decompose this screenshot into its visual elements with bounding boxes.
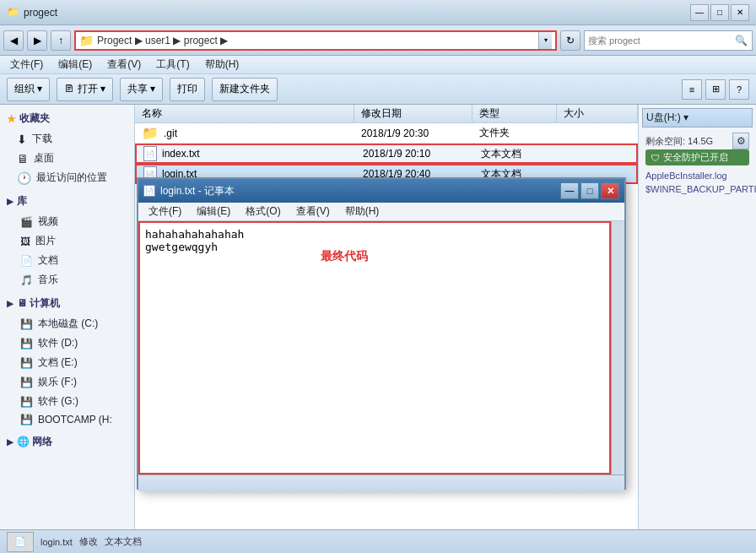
notepad-maximize-button[interactable]: □ [580, 182, 599, 199]
up-button[interactable]: ↑ [51, 30, 71, 51]
menu-file[interactable]: 文件(F) [3, 56, 50, 73]
file-type-cell: 文本文档 [474, 145, 559, 162]
share-button[interactable]: 共享 ▾ [120, 78, 163, 101]
back-button[interactable]: ◀ [3, 30, 24, 51]
sidebar-item-download[interactable]: ⬇ 下载 [0, 129, 134, 149]
col-type[interactable]: 类型 [472, 105, 557, 122]
file-name-cell: 📁 .git [135, 123, 354, 143]
col-name[interactable]: 名称 [135, 105, 354, 122]
file-date-cell: 2018/1/9 20:10 [356, 145, 474, 162]
right-panel-item[interactable]: $WINRE_BACKUP_PARTITION.... [645, 182, 749, 196]
drive-c-icon: 💾 [20, 318, 33, 330]
notepad-menu-help[interactable]: 帮助(H) [338, 203, 386, 220]
drive-header[interactable]: U盘(H:) ▾ [642, 108, 753, 127]
favorites-header[interactable]: ★ 收藏夹 [0, 108, 134, 129]
notepad-title-left: 📄 login.txt - 记事本 [143, 184, 235, 198]
notepad-menu-edit[interactable]: 编辑(E) [190, 203, 237, 220]
gear-button[interactable]: ⚙ [732, 133, 749, 149]
sidebar-item-music[interactable]: 🎵 音乐 [0, 270, 134, 290]
notepad-window: 📄 login.txt - 记事本 — □ ✕ 文件(F) 编辑(E) 格式(O… [137, 177, 626, 490]
notepad-minimize-button[interactable]: — [560, 182, 579, 199]
address-bar[interactable]: 📁 Progect ▶ user1 ▶ progect ▶ ▾ [74, 30, 557, 51]
sidebar-item-c[interactable]: 💾 本地磁盘 (C:) [0, 314, 134, 333]
security-badge[interactable]: 🛡 安全防护已开启 [645, 149, 749, 165]
library-title[interactable]: ▶ 库 [0, 191, 134, 212]
file-size-cell [559, 145, 636, 162]
window-icon: 📁 [7, 6, 20, 19]
folder-icon: 📁 [142, 125, 159, 141]
notepad-status-bar [138, 474, 624, 491]
sidebar-item-document[interactable]: 📄 文档 [0, 251, 134, 270]
col-size[interactable]: 大小 [557, 105, 638, 122]
print-button[interactable]: 打印 [170, 78, 205, 101]
forward-icon: ▶ [34, 35, 41, 46]
video-label: 视频 [38, 214, 58, 229]
download-label: 下载 [32, 132, 52, 146]
sidebar-item-picture[interactable]: 🖼 图片 [0, 231, 134, 251]
close-button[interactable]: ✕ [731, 4, 749, 21]
menu-help[interactable]: 帮助(H) [198, 56, 246, 73]
sidebar-item-e[interactable]: 💾 文档 (E:) [0, 353, 134, 372]
table-row[interactable]: 📄 index.txt 2018/1/9 20:10 文本文档 [135, 144, 638, 164]
sidebar-item-h[interactable]: 💾 BOOTCAMP (H: [0, 411, 134, 428]
forward-button[interactable]: ▶ [27, 30, 47, 51]
refresh-button[interactable]: ↻ [560, 30, 580, 51]
notepad-title-bar: 📄 login.txt - 记事本 — □ ✕ [138, 179, 624, 203]
network-label: 🌐 网络 [17, 435, 52, 449]
maximize-button[interactable]: □ [710, 4, 729, 21]
drive-d-label: 软件 (D:) [38, 336, 78, 350]
open-button[interactable]: 🖹 打开 ▾ [57, 78, 113, 101]
toolbar: 组织 ▾ 🖹 打开 ▾ 共享 ▾ 打印 新建文件夹 ≡ ⊞ ? [0, 74, 756, 105]
table-row[interactable]: 📁 .git 2018/1/9 20:30 文件夹 [135, 123, 638, 144]
right-panel-item[interactable]: AppleBcInstaller.log [645, 169, 749, 182]
picture-label: 图片 [35, 234, 56, 248]
network-title[interactable]: ▶ 🌐 网络 [0, 431, 134, 453]
file-name-cell: 📄 index.txt [137, 145, 356, 162]
search-input[interactable] [588, 35, 733, 46]
desktop-label: 桌面 [34, 151, 54, 165]
col-date[interactable]: 修改日期 [354, 105, 472, 122]
view-list-button[interactable]: ≡ [682, 79, 702, 100]
search-button[interactable]: 🔍 [733, 33, 748, 48]
window-controls: — □ ✕ [690, 4, 749, 21]
notepad-close-button[interactable]: ✕ [601, 182, 619, 199]
sidebar: ★ 收藏夹 ⬇ 下载 🖥 桌面 🕐 最近访问的位置 ▶ 库 🎬 [0, 105, 135, 529]
drive-e-icon: 💾 [20, 357, 33, 369]
sidebar-item-recent[interactable]: 🕐 最近访问的位置 [0, 168, 134, 187]
menu-tools[interactable]: 工具(T) [149, 56, 196, 73]
drive-g-label: 软件 (G:) [38, 394, 78, 409]
notepad-editor[interactable] [138, 221, 611, 474]
status-filetype: 文本文档 [105, 535, 142, 548]
right-panel: U盘(H:) ▾ 剩余空间: 14.5G ⚙ 🛡 安全防护已开启 AppleBc… [638, 105, 756, 529]
sidebar-item-f[interactable]: 💾 娱乐 (F:) [0, 372, 134, 392]
computer-title[interactable]: ▶ 🖥 计算机 [0, 293, 134, 314]
sidebar-item-d[interactable]: 💾 软件 (D:) [0, 333, 134, 353]
file-date-cell: 2018/1/9 20:30 [354, 123, 472, 143]
menu-view[interactable]: 查看(V) [100, 56, 148, 73]
menu-edit[interactable]: 编辑(E) [51, 56, 99, 73]
notepad-icon: 📄 [143, 185, 155, 197]
new-folder-button[interactable]: 新建文件夹 [212, 78, 278, 101]
drive-c-label: 本地磁盘 (C:) [38, 317, 98, 331]
notepad-scrollbar[interactable] [611, 221, 624, 474]
search-bar[interactable]: 🔍 [584, 30, 753, 51]
drive-f-icon: 💾 [20, 377, 33, 388]
minimize-button[interactable]: — [690, 4, 709, 21]
help-button[interactable]: ? [729, 79, 749, 100]
picture-icon: 🖼 [20, 236, 30, 247]
status-action: 修改 [79, 535, 98, 548]
sidebar-item-desktop[interactable]: 🖥 桌面 [0, 149, 134, 168]
notepad-title: login.txt - 记事本 [160, 184, 235, 198]
title-bar-left: 📁 progect [7, 6, 57, 19]
view-grid-button[interactable]: ⊞ [705, 79, 726, 100]
notepad-menu-view[interactable]: 查看(V) [289, 203, 337, 220]
sidebar-item-g[interactable]: 💾 软件 (G:) [0, 392, 134, 411]
organize-button[interactable]: 组织 ▾ [7, 78, 50, 101]
back-icon: ◀ [10, 35, 18, 46]
address-dropdown[interactable]: ▾ [538, 32, 552, 49]
sidebar-item-video[interactable]: 🎬 视频 [0, 212, 134, 231]
address-folder-icon: 📁 [79, 34, 94, 47]
notepad-menu-file[interactable]: 文件(F) [142, 203, 188, 220]
notepad-menu-format[interactable]: 格式(O) [239, 203, 287, 220]
status-bar: 📄 login.txt 修改 文本文档 [0, 529, 756, 553]
